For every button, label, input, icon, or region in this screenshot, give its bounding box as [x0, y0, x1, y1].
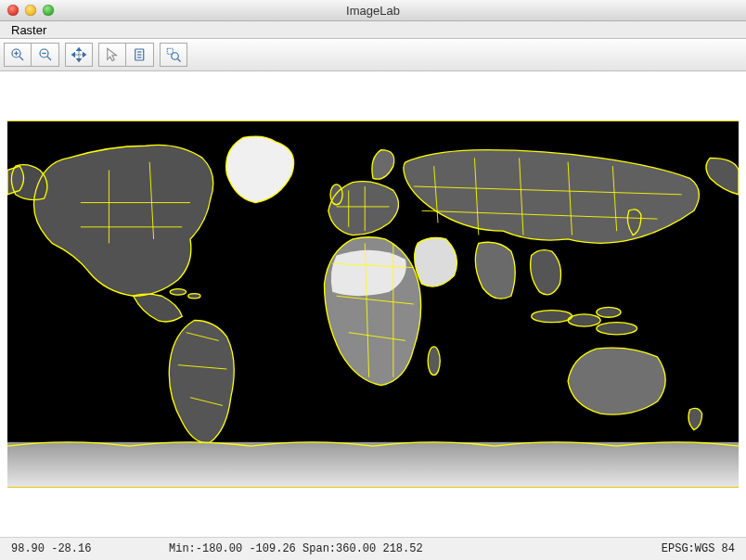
svg-marker-12: [84, 53, 86, 57]
status-crs: EPSG:WGS 84: [662, 542, 735, 555]
titlebar: ImageLab: [0, 0, 746, 21]
window-title: ImageLab: [0, 4, 746, 18]
pan-button[interactable]: [65, 43, 93, 67]
status-extent: Min:-180.00 -109.26 Span:360.00 218.52: [132, 542, 662, 555]
map-viewport[interactable]: [0, 71, 746, 538]
world-map[interactable]: [7, 121, 739, 488]
list-button[interactable]: [126, 43, 154, 67]
svg-line-5: [46, 57, 50, 60]
zoom-icon[interactable]: [43, 5, 54, 16]
inspect-icon: [165, 46, 182, 63]
svg-marker-11: [72, 53, 75, 57]
menubar: Raster: [0, 21, 746, 39]
zoom-in-icon: [9, 46, 26, 63]
statusbar: 98.90 -28.16 Min:-180.00 -109.26 Span:36…: [0, 538, 746, 560]
svg-rect-17: [167, 48, 173, 54]
pan-icon: [71, 46, 87, 63]
svg-marker-9: [77, 48, 82, 51]
svg-marker-10: [77, 59, 82, 62]
list-icon: [132, 46, 148, 63]
pointer-button[interactable]: [98, 43, 126, 67]
zoom-out-button[interactable]: [32, 43, 59, 67]
svg-line-1: [19, 57, 23, 60]
svg-point-18: [172, 53, 179, 60]
zoom-in-button[interactable]: [4, 43, 32, 67]
minimize-icon[interactable]: [25, 5, 36, 16]
menu-raster[interactable]: Raster: [6, 23, 52, 37]
toolbar: [0, 39, 746, 71]
status-cursor-coords: 98.90 -28.16: [11, 542, 132, 555]
pointer-icon: [104, 46, 121, 63]
inspect-button[interactable]: [160, 43, 187, 67]
zoom-out-icon: [37, 46, 54, 63]
close-icon[interactable]: [7, 5, 19, 16]
svg-rect-21: [7, 442, 739, 487]
svg-line-19: [178, 59, 181, 62]
